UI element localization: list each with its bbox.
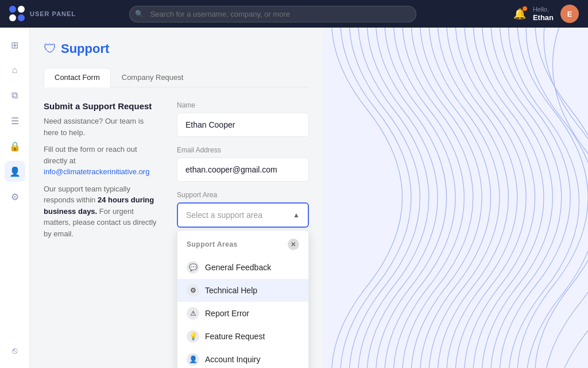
sidebar: ⊞ ⌂ ⧉ ☰ 🔒 👤 ⚙ ⎋ xyxy=(0,28,30,368)
chevron-down-icon: ▲ xyxy=(293,211,300,219)
dropdown-panel: Support Areas ✕ 💬 General Feedback ⚙ Tec… xyxy=(177,230,309,368)
sidebar-item-user[interactable]: 👤 xyxy=(5,161,25,182)
avatar-initials: E xyxy=(567,10,572,18)
support-area-label: Support Area xyxy=(177,191,309,199)
dropdown-item-label: Technical Help xyxy=(205,286,257,295)
dropdown-item-label: Account Inquiry xyxy=(205,355,261,364)
form-fields: Name Email Address Support Area Select a… xyxy=(177,101,309,289)
dropdown-item-label: Report Error xyxy=(205,309,249,318)
notifications-button[interactable]: 🔔 xyxy=(513,7,526,20)
account-inquiry-icon: 👤 xyxy=(187,353,199,366)
hello-text: Hello, xyxy=(533,6,554,13)
dropdown-item-account-inquiry[interactable]: 👤 Account Inquiry xyxy=(177,348,308,368)
general-feedback-icon: 💬 xyxy=(187,261,199,274)
sidebar-item-settings[interactable]: ⚙ xyxy=(5,186,25,207)
sidebar-item-layers[interactable]: ⧉ xyxy=(5,85,25,106)
dropdown-item-label: Feature Request xyxy=(205,332,265,341)
tabs: Contact Form Company Request xyxy=(44,68,309,87)
support-icon: 🛡 xyxy=(44,41,56,56)
main-panel: 🛡 Support Contact Form Company Request S… xyxy=(30,28,323,368)
sidebar-item-grid[interactable]: ⊞ xyxy=(5,34,25,55)
support-area-field-group: Support Area Select a support area ▲ Sup… xyxy=(177,191,309,228)
dropdown-item-feature-request[interactable]: 💡 Feature Request xyxy=(177,325,308,348)
main-layout: ⊞ ⌂ ⧉ ☰ 🔒 👤 ⚙ ⎋ 🛡 Support Contact Form C… xyxy=(0,28,588,368)
feature-request-icon: 💡 xyxy=(187,330,199,343)
form-info: Submit a Support Request Need assistance… xyxy=(44,101,158,289)
dropdown-item-general-feedback[interactable]: 💬 General Feedback xyxy=(177,256,308,279)
dropdown-item-report-error[interactable]: ⚠ Report Error xyxy=(177,302,308,325)
form-desc1: Need assistance? Our team is here to hel… xyxy=(44,116,158,138)
logo: USER PANEL xyxy=(9,6,76,22)
support-area-dropdown-wrap: Select a support area ▲ Support Areas ✕ xyxy=(177,202,309,228)
email-link[interactable]: info@climatetrackerinitiative.org xyxy=(44,167,149,176)
sidebar-item-logout[interactable]: ⎋ xyxy=(5,340,25,361)
page-title-area: 🛡 Support xyxy=(44,41,309,56)
form-desc3: Our support team typically responds with… xyxy=(44,183,158,240)
decorative-panel xyxy=(323,28,588,368)
report-error-icon: ⚠ xyxy=(187,307,199,320)
nav-right: 🔔 Hello, Ethan E xyxy=(513,5,579,23)
page-title: Support xyxy=(61,41,109,56)
form-desc2: Fill out the form or reach out directly … xyxy=(44,144,158,178)
dropdown-item-technical-help[interactable]: ⚙ Technical Help xyxy=(177,279,308,302)
email-field-group: Email Address xyxy=(177,146,309,182)
notification-badge xyxy=(523,6,527,11)
dropdown-item-label: General Feedback xyxy=(205,263,271,272)
app-label: USER PANEL xyxy=(30,10,76,17)
form-layout: Submit a Support Request Need assistance… xyxy=(44,101,309,289)
content-area: 🛡 Support Contact Form Company Request S… xyxy=(30,28,588,368)
support-area-dropdown[interactable]: Select a support area ▲ xyxy=(177,202,309,228)
name-label: Name xyxy=(177,101,309,109)
user-name: Ethan xyxy=(533,13,554,22)
close-dropdown-button[interactable]: ✕ xyxy=(288,239,299,250)
name-input[interactable] xyxy=(177,113,309,137)
tab-company-request[interactable]: Company Request xyxy=(111,68,195,87)
email-label: Email Address xyxy=(177,146,309,154)
user-greeting: Hello, Ethan xyxy=(533,6,554,22)
form-heading: Submit a Support Request xyxy=(44,101,158,111)
search-input[interactable] xyxy=(129,6,416,22)
name-field-group: Name xyxy=(177,101,309,137)
tab-contact-form[interactable]: Contact Form xyxy=(44,68,111,87)
dropdown-header: Support Areas ✕ xyxy=(177,235,308,256)
sidebar-item-list[interactable]: ☰ xyxy=(5,110,25,131)
dropdown-header-label: Support Areas xyxy=(187,240,238,248)
dropdown-placeholder: Select a support area xyxy=(186,210,262,220)
technical-help-icon: ⚙ xyxy=(187,284,199,297)
email-input[interactable] xyxy=(177,158,309,182)
search-bar[interactable] xyxy=(129,6,416,22)
navbar: USER PANEL 🔔 Hello, Ethan E xyxy=(0,0,588,28)
sidebar-item-home[interactable]: ⌂ xyxy=(5,60,25,80)
avatar[interactable]: E xyxy=(560,5,579,23)
sidebar-item-lock[interactable]: 🔒 xyxy=(5,136,25,156)
logo-icon xyxy=(9,6,25,22)
